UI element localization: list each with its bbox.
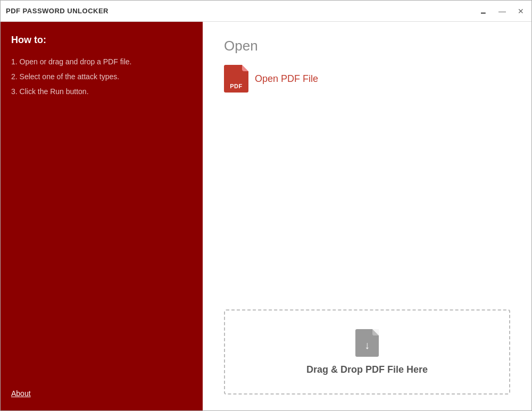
drag-drop-area[interactable]: ↓ Drag & Drop PDF File Here [224,309,510,395]
open-pdf-label: Open PDF File [255,73,318,85]
pdf-file-icon: PDF [224,65,248,93]
drag-drop-icon-body: ↓ [355,329,379,357]
open-pdf-button[interactable]: PDF Open PDF File [224,65,318,93]
minimize-button[interactable]: — [496,6,508,16]
main-window: PDF PASSWORD UNLOCKER 🗕 — ✕ How to: 1. O… [0,0,532,411]
pdf-icon-body: PDF [224,65,248,93]
open-section: Open PDF Open PDF File [224,38,510,93]
drag-drop-icon-fold [372,329,379,335]
drag-drop-file-icon: ↓ [355,329,379,357]
pin-button[interactable]: 🗕 [477,6,489,16]
pdf-icon-fold [242,65,248,71]
step-1: 1. Open or drag and drop a PDF file. [11,54,192,69]
title-bar: PDF PASSWORD UNLOCKER 🗕 — ✕ [1,1,531,22]
step-2: 2. Select one of the attack types. [11,69,192,84]
open-title: Open [224,38,510,54]
window-controls: 🗕 — ✕ [477,6,526,16]
main-content: How to: 1. Open or drag and drop a PDF f… [1,22,531,410]
howto-title: How to: [11,35,192,46]
steps-list: 1. Open or drag and drop a PDF file. 2. … [11,54,192,99]
close-button[interactable]: ✕ [516,6,526,16]
pdf-icon-label: PDF [230,83,243,89]
drag-drop-label: Drag & Drop PDF File Here [306,364,428,375]
drag-drop-arrow-icon: ↓ [364,340,370,350]
sidebar: How to: 1. Open or drag and drop a PDF f… [1,22,203,410]
window-title: PDF PASSWORD UNLOCKER [6,7,109,15]
step-3: 3. Click the Run button. [11,84,192,99]
about-link[interactable]: About [11,389,31,398]
right-panel: Open PDF Open PDF File [203,22,531,410]
